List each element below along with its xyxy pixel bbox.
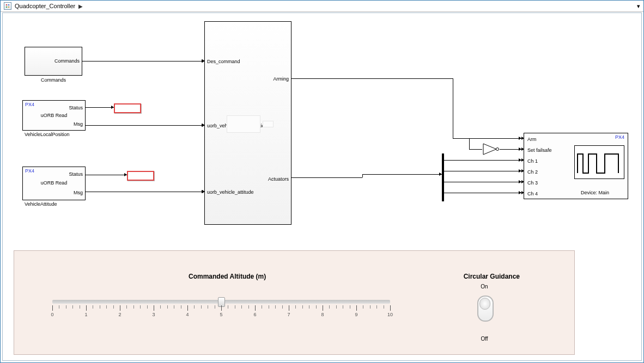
block-px4-output[interactable]: PX4 Arm Set failsafe Ch 1 Ch 2 Ch 3 Ch 4… xyxy=(524,133,628,199)
port-label-msg: Msg xyxy=(74,121,83,127)
breadcrumb-chevron-icon[interactable]: ▶ xyxy=(78,3,83,9)
diagram-canvas[interactable]: Commands Commands PX4 uORB Read Status M… xyxy=(2,13,642,361)
model-menu-caret-icon[interactable]: ▾ xyxy=(637,3,640,10)
port-label-in3: uorb_vehicle_attitude xyxy=(207,189,254,195)
vendor-label: PX4 xyxy=(615,134,624,140)
breadcrumb-model-name[interactable]: Quadcopter_Controller xyxy=(15,3,75,9)
pwm-waveform-icon xyxy=(574,145,624,179)
block-controller-subsystem[interactable]: Des_command uorb_vehicle_local_position … xyxy=(204,21,291,225)
block-caption-uorb2: VehicleAttitude xyxy=(25,201,57,207)
block-demux[interactable] xyxy=(442,153,444,201)
port-label-out2: Actuators xyxy=(268,176,289,182)
port-label-ch1: Ch 1 xyxy=(527,158,538,164)
svg-rect-2 xyxy=(6,7,7,8)
block-display-1[interactable] xyxy=(114,103,141,113)
circular-guidance-toggle[interactable] xyxy=(477,296,494,322)
block-caption-uorb1: VehicleLocalPosition xyxy=(25,132,70,137)
svg-point-4 xyxy=(496,148,499,151)
vendor-label: PX4 xyxy=(25,168,34,174)
toggle-knob[interactable] xyxy=(479,298,490,310)
port-label-ch4: Ch 4 xyxy=(527,191,538,196)
block-title: uORB Read xyxy=(41,113,68,118)
model-window: Quadcopter_Controller ▶ ▾ Commands Comma… xyxy=(0,0,644,363)
block-caption-device: Device: Main xyxy=(581,190,609,195)
block-not-gate[interactable] xyxy=(482,143,500,156)
block-uorb-read-2[interactable]: PX4 uORB Read Status Msg xyxy=(22,167,86,200)
svg-rect-0 xyxy=(6,4,7,5)
block-title: uORB Read xyxy=(41,180,68,186)
port-label-in1: Des_command xyxy=(207,59,240,64)
vendor-label: PX4 xyxy=(25,102,34,107)
svg-rect-1 xyxy=(8,4,9,5)
toggle-off-label: Off xyxy=(481,336,488,342)
port-label-ch3: Ch 3 xyxy=(527,180,538,186)
port-label-msg: Msg xyxy=(74,190,83,195)
port-label-status: Status xyxy=(69,105,83,110)
ghost-inner-block xyxy=(263,121,274,127)
altitude-slider[interactable] xyxy=(52,300,390,304)
toggle-title: Circular Guidance xyxy=(464,273,520,280)
slider-title: Commanded Altitude (m) xyxy=(189,273,266,280)
port-label: Commands xyxy=(54,58,80,64)
port-label-failsafe: Set failsafe xyxy=(527,147,552,153)
block-uorb-read-1[interactable]: PX4 uORB Read Status Msg xyxy=(22,100,86,131)
port-label-out1: Arming xyxy=(273,76,289,82)
port-label-arm: Arm xyxy=(527,137,537,142)
dashboard-panel: Commanded Altitude (m) 012345678910 Circ… xyxy=(14,250,575,355)
port-label-ch2: Ch 2 xyxy=(527,169,538,175)
ghost-inner-block xyxy=(227,115,260,133)
model-icon xyxy=(4,2,11,10)
breadcrumb-bar: Quadcopter_Controller ▶ ▾ xyxy=(1,1,643,12)
port-label-status: Status xyxy=(69,171,83,177)
block-display-2[interactable] xyxy=(127,171,154,181)
block-commands[interactable]: Commands xyxy=(25,47,82,76)
toggle-on-label: On xyxy=(481,284,488,290)
svg-rect-3 xyxy=(8,7,9,8)
block-caption-commands: Commands xyxy=(41,77,66,83)
